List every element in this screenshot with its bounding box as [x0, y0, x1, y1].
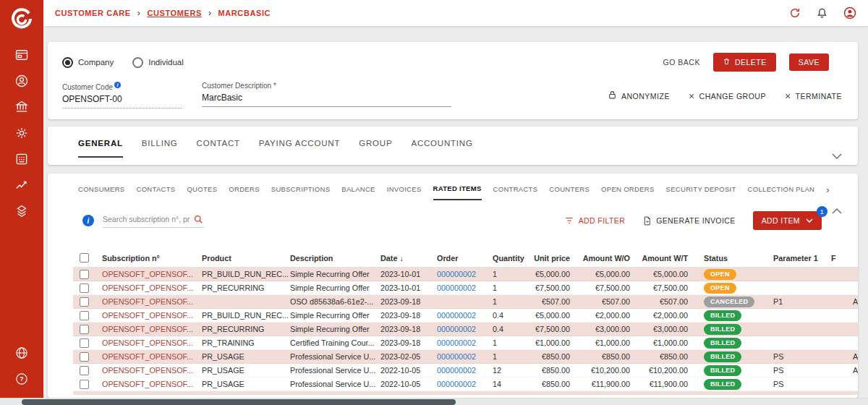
- products-icon[interactable]: [14, 204, 29, 218]
- subtab-invoices[interactable]: INVOICES: [387, 185, 422, 200]
- card-icon[interactable]: [14, 48, 29, 62]
- subtab-contracts[interactable]: CONTRACTS: [493, 185, 538, 200]
- subscription-link[interactable]: OPENSOFT_OPENSOF...: [102, 311, 202, 320]
- subtab-quotes[interactable]: QUOTES: [187, 185, 217, 200]
- generate-invoice-label: GENERATE INVOICE: [656, 216, 735, 225]
- subtab-open-orders[interactable]: OPEN ORDERS: [601, 185, 655, 200]
- subscription-link[interactable]: OPENSOFT_OPENSOF...: [102, 270, 202, 278]
- tab-paying-account[interactable]: PAYING ACCOUNT: [259, 139, 340, 158]
- subscription-link[interactable]: OPENSOFT_OPENSOF...: [102, 284, 202, 292]
- col-parameter1[interactable]: Parameter 1: [760, 254, 821, 263]
- col-amount-wo[interactable]: Amount W/O: [576, 254, 636, 263]
- terminal-icon[interactable]: [14, 152, 29, 166]
- breadcrumb-customers[interactable]: CUSTOMERS: [147, 9, 201, 17]
- col-amount-wt[interactable]: Amount W/T: [636, 254, 694, 263]
- bank-icon[interactable]: [14, 100, 29, 114]
- subtab-consumers[interactable]: CONSUMERS: [78, 185, 124, 200]
- go-back-button[interactable]: GO BACK: [663, 58, 700, 67]
- app-logo-icon[interactable]: [10, 7, 33, 30]
- globe-icon[interactable]: [14, 346, 29, 360]
- radio-individual[interactable]: Individual: [132, 57, 184, 68]
- add-item-button[interactable]: ADD ITEM 1: [753, 211, 822, 230]
- subtab-subscriptions[interactable]: SUBSCRIPTIONS: [271, 185, 331, 200]
- col-quantity[interactable]: Quantity: [493, 254, 529, 263]
- col-date[interactable]: Date ↓: [380, 254, 437, 263]
- customer-description-input[interactable]: MarcBasic: [202, 90, 451, 107]
- col-product[interactable]: Product: [202, 254, 290, 263]
- subtab-orders[interactable]: ORDERS: [229, 185, 259, 200]
- save-button[interactable]: SAVE: [789, 54, 829, 71]
- order-link[interactable]: 000000002: [437, 338, 493, 347]
- info-icon[interactable]: i: [82, 215, 94, 226]
- col-description[interactable]: Description: [290, 254, 380, 263]
- sort-desc-icon[interactable]: ↓: [399, 254, 403, 263]
- customers-icon[interactable]: [14, 74, 29, 88]
- subtabs-scroll-right-icon[interactable]: ›: [826, 184, 829, 195]
- col-order[interactable]: Order: [437, 254, 493, 263]
- subscription-link[interactable]: OPENSOFT_OPENSOF...: [102, 380, 202, 388]
- horizontal-scrollbar-thumb[interactable]: [22, 399, 456, 405]
- subscription-link[interactable]: OPENSOFT_OPENSOF...: [102, 366, 202, 375]
- add-filter-button[interactable]: ADD FILTER: [564, 216, 625, 226]
- tab-billing[interactable]: BILLING: [142, 139, 178, 158]
- refresh-icon[interactable]: [789, 7, 801, 19]
- row-checkbox[interactable]: [80, 270, 89, 279]
- chevron-up-icon[interactable]: [832, 208, 842, 214]
- radio-company[interactable]: Company: [62, 57, 114, 68]
- search-input[interactable]: [103, 215, 193, 223]
- change-group-button[interactable]: × CHANGE GROUP: [689, 92, 766, 101]
- subscription-link[interactable]: OPENSOFT_OPENSOF...: [102, 297, 202, 306]
- help-icon[interactable]: ?: [14, 372, 29, 386]
- tab-group[interactable]: GROUP: [359, 139, 392, 158]
- tab-general[interactable]: GENERAL: [78, 139, 123, 158]
- subscription-link[interactable]: OPENSOFT_OPENSOF...: [102, 325, 202, 333]
- amount-wo-cell: €7,500.00: [576, 284, 636, 292]
- delete-button[interactable]: DELETE: [713, 53, 776, 72]
- col-extra[interactable]: F: [821, 254, 850, 263]
- row-checkbox[interactable]: [80, 352, 89, 362]
- chevron-down-icon[interactable]: [832, 153, 842, 159]
- order-link[interactable]: 000000002: [437, 352, 493, 361]
- subscription-link[interactable]: OPENSOFT_OPENSOF...: [102, 352, 202, 361]
- order-link[interactable]: 000000002: [437, 366, 493, 375]
- tab-contact[interactable]: CONTACT: [197, 139, 240, 158]
- subtab-balance[interactable]: BALANCE: [341, 185, 375, 200]
- order-link[interactable]: 000000002: [437, 284, 493, 292]
- subtab-collection-plan[interactable]: COLLECTION PLAN: [748, 185, 815, 200]
- radio-individual-circle[interactable]: [132, 57, 143, 68]
- subtab-security-deposit[interactable]: SECURITY DEPOSIT: [666, 185, 736, 200]
- services-icon[interactable]: [14, 126, 29, 140]
- subtab-rated-items[interactable]: RATED ITEMS: [433, 184, 482, 200]
- tab-accounting[interactable]: ACCOUNTING: [411, 139, 472, 158]
- order-link[interactable]: 000000002: [437, 380, 493, 388]
- horizontal-scrollbar[interactable]: [0, 398, 868, 405]
- row-checkbox[interactable]: [80, 297, 89, 307]
- order-link[interactable]: 000000002: [437, 311, 493, 320]
- reports-icon[interactable]: [14, 178, 29, 192]
- row-checkbox[interactable]: [80, 325, 89, 334]
- col-unit-price[interactable]: Unit price: [529, 254, 576, 263]
- account-icon[interactable]: [843, 7, 856, 20]
- search-icon[interactable]: [193, 214, 204, 225]
- info-icon[interactable]: i: [114, 82, 121, 88]
- generate-invoice-button[interactable]: GENERATE INVOICE: [642, 216, 735, 226]
- subtab-contacts[interactable]: CONTACTS: [136, 185, 175, 200]
- subscription-link[interactable]: OPENSOFT_OPENSOF...: [102, 338, 202, 347]
- row-checkbox[interactable]: [80, 338, 89, 348]
- radio-company-circle[interactable]: [62, 57, 73, 68]
- row-checkbox[interactable]: [80, 366, 89, 375]
- select-all-checkbox[interactable]: [80, 253, 89, 263]
- col-subscription[interactable]: Subscription n°: [102, 254, 202, 263]
- order-link[interactable]: 000000002: [437, 270, 493, 278]
- quantity-cell: 1: [493, 352, 529, 361]
- subtab-counters[interactable]: COUNTERS: [549, 185, 590, 200]
- notifications-icon[interactable]: [817, 7, 827, 19]
- breadcrumb-customer-care[interactable]: CUSTOMER CARE: [55, 9, 131, 17]
- row-checkbox[interactable]: [80, 380, 89, 389]
- row-checkbox[interactable]: [80, 311, 89, 320]
- anonymize-button[interactable]: ANONYMIZE: [608, 90, 670, 101]
- col-status[interactable]: Status: [694, 254, 760, 263]
- order-link[interactable]: 000000002: [437, 325, 493, 333]
- terminate-button[interactable]: × TERMINATE: [785, 92, 842, 101]
- row-checkbox[interactable]: [80, 284, 89, 293]
